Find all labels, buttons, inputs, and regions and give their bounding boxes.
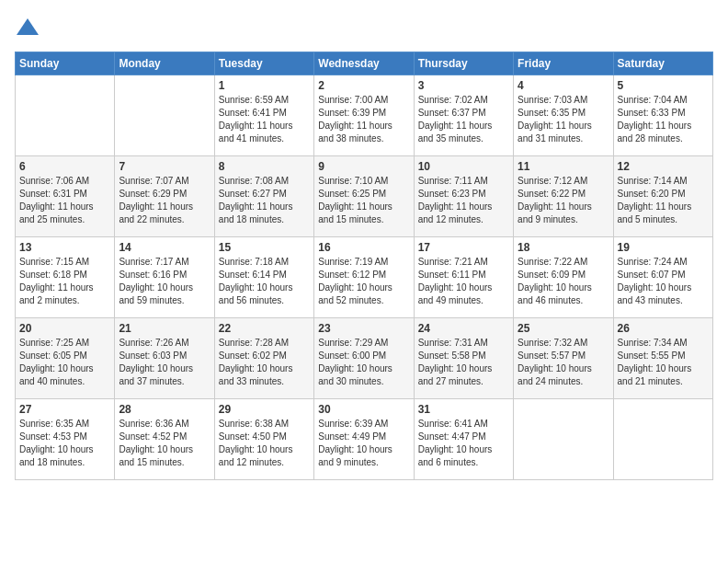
day-detail: Sunrise: 7:06 AMSunset: 6:31 PMDaylight:… bbox=[19, 175, 110, 226]
day-number: 1 bbox=[219, 79, 310, 92]
day-detail: Sunrise: 7:34 AMSunset: 5:55 PMDaylight:… bbox=[618, 337, 709, 388]
day-detail: Sunrise: 6:38 AMSunset: 4:50 PMDaylight:… bbox=[219, 418, 310, 469]
calendar-cell: 5Sunrise: 7:04 AMSunset: 6:33 PMDaylight… bbox=[613, 75, 712, 156]
day-header-tuesday: Tuesday bbox=[214, 52, 313, 75]
calendar-cell: 29Sunrise: 6:38 AMSunset: 4:50 PMDayligh… bbox=[214, 399, 313, 480]
calendar-header-row: SundayMondayTuesdayWednesdayThursdayFrid… bbox=[16, 52, 713, 75]
calendar-cell: 25Sunrise: 7:32 AMSunset: 5:57 PMDayligh… bbox=[514, 318, 613, 399]
calendar-cell bbox=[115, 75, 214, 156]
day-detail: Sunrise: 7:11 AMSunset: 6:23 PMDaylight:… bbox=[418, 175, 509, 226]
calendar-cell: 15Sunrise: 7:18 AMSunset: 6:14 PMDayligh… bbox=[214, 237, 313, 318]
calendar-cell bbox=[514, 399, 613, 480]
day-number: 14 bbox=[119, 241, 210, 254]
day-number: 3 bbox=[418, 79, 509, 92]
calendar-cell: 28Sunrise: 6:36 AMSunset: 4:52 PMDayligh… bbox=[115, 399, 214, 480]
day-detail: Sunrise: 7:17 AMSunset: 6:16 PMDaylight:… bbox=[119, 256, 210, 307]
day-detail: Sunrise: 7:08 AMSunset: 6:27 PMDaylight:… bbox=[219, 175, 310, 226]
day-detail: Sunrise: 7:26 AMSunset: 6:03 PMDaylight:… bbox=[119, 337, 210, 388]
calendar-week-2: 6Sunrise: 7:06 AMSunset: 6:31 PMDaylight… bbox=[16, 156, 713, 237]
day-number: 29 bbox=[219, 403, 310, 416]
calendar-week-5: 27Sunrise: 6:35 AMSunset: 4:53 PMDayligh… bbox=[16, 399, 713, 480]
calendar-cell: 12Sunrise: 7:14 AMSunset: 6:20 PMDayligh… bbox=[613, 156, 712, 237]
calendar-cell: 11Sunrise: 7:12 AMSunset: 6:22 PMDayligh… bbox=[514, 156, 613, 237]
calendar-cell: 6Sunrise: 7:06 AMSunset: 6:31 PMDaylight… bbox=[16, 156, 115, 237]
day-number: 31 bbox=[418, 403, 509, 416]
calendar-week-3: 13Sunrise: 7:15 AMSunset: 6:18 PMDayligh… bbox=[16, 237, 713, 318]
day-number: 2 bbox=[318, 79, 409, 92]
day-detail: Sunrise: 7:21 AMSunset: 6:11 PMDaylight:… bbox=[418, 256, 509, 307]
day-number: 16 bbox=[318, 241, 409, 254]
calendar-cell: 23Sunrise: 7:29 AMSunset: 6:00 PMDayligh… bbox=[314, 318, 414, 399]
calendar-cell: 2Sunrise: 7:00 AMSunset: 6:39 PMDaylight… bbox=[314, 75, 414, 156]
day-header-thursday: Thursday bbox=[414, 52, 513, 75]
calendar-cell: 30Sunrise: 6:39 AMSunset: 4:49 PMDayligh… bbox=[314, 399, 414, 480]
calendar-cell bbox=[16, 75, 115, 156]
calendar-cell: 14Sunrise: 7:17 AMSunset: 6:16 PMDayligh… bbox=[115, 237, 214, 318]
calendar-cell: 13Sunrise: 7:15 AMSunset: 6:18 PMDayligh… bbox=[16, 237, 115, 318]
day-number: 12 bbox=[618, 160, 709, 173]
day-number: 26 bbox=[618, 322, 709, 335]
day-number: 20 bbox=[19, 322, 110, 335]
calendar-cell: 31Sunrise: 6:41 AMSunset: 4:47 PMDayligh… bbox=[414, 399, 513, 480]
calendar-week-1: 1Sunrise: 6:59 AMSunset: 6:41 PMDaylight… bbox=[16, 75, 713, 156]
calendar-cell: 22Sunrise: 7:28 AMSunset: 6:02 PMDayligh… bbox=[214, 318, 313, 399]
day-detail: Sunrise: 7:03 AMSunset: 6:35 PMDaylight:… bbox=[518, 94, 609, 145]
day-number: 13 bbox=[19, 241, 110, 254]
day-detail: Sunrise: 7:00 AMSunset: 6:39 PMDaylight:… bbox=[318, 94, 409, 145]
calendar-cell: 27Sunrise: 6:35 AMSunset: 4:53 PMDayligh… bbox=[16, 399, 115, 480]
day-header-monday: Monday bbox=[115, 52, 214, 75]
day-detail: Sunrise: 6:36 AMSunset: 4:52 PMDaylight:… bbox=[119, 418, 210, 469]
day-number: 19 bbox=[618, 241, 709, 254]
day-number: 23 bbox=[318, 322, 409, 335]
day-detail: Sunrise: 7:10 AMSunset: 6:25 PMDaylight:… bbox=[318, 175, 409, 226]
day-number: 8 bbox=[219, 160, 310, 173]
day-detail: Sunrise: 7:22 AMSunset: 6:09 PMDaylight:… bbox=[518, 256, 609, 307]
day-header-wednesday: Wednesday bbox=[314, 52, 414, 75]
day-number: 21 bbox=[119, 322, 210, 335]
svg-marker-0 bbox=[17, 18, 39, 35]
day-detail: Sunrise: 7:15 AMSunset: 6:18 PMDaylight:… bbox=[19, 256, 110, 307]
day-number: 11 bbox=[518, 160, 609, 173]
calendar-cell: 26Sunrise: 7:34 AMSunset: 5:55 PMDayligh… bbox=[613, 318, 712, 399]
day-header-friday: Friday bbox=[514, 52, 613, 75]
day-number: 17 bbox=[418, 241, 509, 254]
calendar-cell: 24Sunrise: 7:31 AMSunset: 5:58 PMDayligh… bbox=[414, 318, 513, 399]
calendar-cell: 7Sunrise: 7:07 AMSunset: 6:29 PMDaylight… bbox=[115, 156, 214, 237]
day-number: 27 bbox=[19, 403, 110, 416]
calendar-cell: 4Sunrise: 7:03 AMSunset: 6:35 PMDaylight… bbox=[514, 75, 613, 156]
calendar-cell: 21Sunrise: 7:26 AMSunset: 6:03 PMDayligh… bbox=[115, 318, 214, 399]
day-header-sunday: Sunday bbox=[16, 52, 115, 75]
day-number: 15 bbox=[219, 241, 310, 254]
day-detail: Sunrise: 7:29 AMSunset: 6:00 PMDaylight:… bbox=[318, 337, 409, 388]
page-header bbox=[15, 15, 713, 40]
day-detail: Sunrise: 6:39 AMSunset: 4:49 PMDaylight:… bbox=[318, 418, 409, 469]
calendar-body: 1Sunrise: 6:59 AMSunset: 6:41 PMDaylight… bbox=[16, 75, 713, 480]
day-detail: Sunrise: 7:31 AMSunset: 5:58 PMDaylight:… bbox=[418, 337, 509, 388]
day-header-saturday: Saturday bbox=[613, 52, 712, 75]
day-number: 18 bbox=[518, 241, 609, 254]
day-detail: Sunrise: 7:04 AMSunset: 6:33 PMDaylight:… bbox=[618, 94, 709, 145]
day-detail: Sunrise: 6:41 AMSunset: 4:47 PMDaylight:… bbox=[418, 418, 509, 469]
day-detail: Sunrise: 7:19 AMSunset: 6:12 PMDaylight:… bbox=[318, 256, 409, 307]
calendar-cell: 10Sunrise: 7:11 AMSunset: 6:23 PMDayligh… bbox=[414, 156, 513, 237]
day-number: 5 bbox=[618, 79, 709, 92]
day-number: 7 bbox=[119, 160, 210, 173]
day-detail: Sunrise: 7:07 AMSunset: 6:29 PMDaylight:… bbox=[119, 175, 210, 226]
logo-icon bbox=[15, 15, 40, 40]
day-number: 22 bbox=[219, 322, 310, 335]
calendar-cell: 9Sunrise: 7:10 AMSunset: 6:25 PMDaylight… bbox=[314, 156, 414, 237]
calendar-cell: 1Sunrise: 6:59 AMSunset: 6:41 PMDaylight… bbox=[214, 75, 313, 156]
calendar-cell: 20Sunrise: 7:25 AMSunset: 6:05 PMDayligh… bbox=[16, 318, 115, 399]
day-detail: Sunrise: 7:32 AMSunset: 5:57 PMDaylight:… bbox=[518, 337, 609, 388]
day-number: 9 bbox=[318, 160, 409, 173]
day-number: 28 bbox=[119, 403, 210, 416]
day-detail: Sunrise: 7:25 AMSunset: 6:05 PMDaylight:… bbox=[19, 337, 110, 388]
calendar-cell: 18Sunrise: 7:22 AMSunset: 6:09 PMDayligh… bbox=[514, 237, 613, 318]
day-detail: Sunrise: 6:59 AMSunset: 6:41 PMDaylight:… bbox=[219, 94, 310, 145]
day-detail: Sunrise: 7:14 AMSunset: 6:20 PMDaylight:… bbox=[618, 175, 709, 226]
day-detail: Sunrise: 7:12 AMSunset: 6:22 PMDaylight:… bbox=[518, 175, 609, 226]
day-detail: Sunrise: 7:02 AMSunset: 6:37 PMDaylight:… bbox=[418, 94, 509, 145]
calendar-cell: 19Sunrise: 7:24 AMSunset: 6:07 PMDayligh… bbox=[613, 237, 712, 318]
calendar-cell: 16Sunrise: 7:19 AMSunset: 6:12 PMDayligh… bbox=[314, 237, 414, 318]
day-number: 10 bbox=[418, 160, 509, 173]
